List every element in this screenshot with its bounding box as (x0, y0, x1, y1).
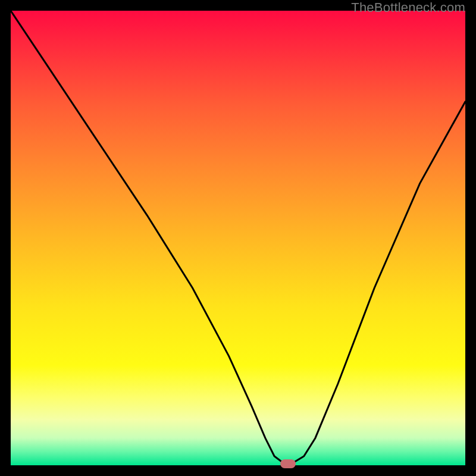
bottleneck-curve (11, 11, 465, 465)
optimal-point-marker (280, 459, 296, 468)
watermark-text: TheBottleneck.com (351, 0, 465, 15)
chart-plot-area (11, 11, 465, 465)
